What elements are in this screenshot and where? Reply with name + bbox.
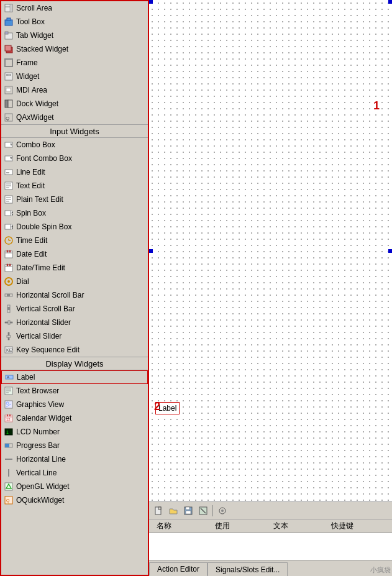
- sidebar-item-label-plain-text-edit: Plain Text Edit: [16, 195, 63, 204]
- svg-text:Q: Q: [6, 498, 10, 503]
- svg-rect-83: [5, 444, 9, 447]
- sidebar-item-vertical-line[interactable]: Vertical Line: [1, 466, 148, 480]
- section-header-display-widgets: Display Widgets: [1, 357, 148, 370]
- table-col-usage: 使用: [212, 521, 271, 531]
- stacked-icon: [4, 44, 14, 54]
- svg-rect-59: [7, 307, 10, 310]
- sidebar-item-dock-widget[interactable]: Dock Widget: [1, 97, 148, 111]
- canvas-area[interactable]: 1 Label 2: [149, 0, 392, 501]
- sidebar-item-label-line-edit: Line Edit: [16, 168, 45, 176]
- qax-icon: Q: [4, 112, 14, 122]
- mdi-icon: [4, 85, 14, 95]
- sidebar-item-time-edit[interactable]: Time Edit: [1, 234, 148, 247]
- date-icon: [4, 249, 14, 259]
- sidebar-item-label-vertical-scroll-bar: Vertical Scroll Bar: [16, 304, 75, 313]
- svg-rect-72: [5, 401, 12, 408]
- svg-text:KEY: KEY: [6, 348, 13, 352]
- sidebar-item-label-date-edit: Date Edit: [16, 250, 47, 258]
- sidebar-item-lcd-number[interactable]: 1LCD Number: [1, 425, 148, 439]
- spin-icon: ▲▼: [4, 208, 14, 218]
- sidebar-item-label-horizontal-slider: Horizontal Slider: [16, 318, 71, 327]
- sidebar-item-vertical-slider[interactable]: Vertical Slider: [1, 329, 148, 343]
- spin-icon: ▲▼: [4, 222, 14, 232]
- sidebar-item-double-spin-box[interactable]: ▲▼Double Spin Box: [1, 220, 148, 234]
- sidebar-item-label-progress-bar: Progress Bar: [16, 441, 60, 450]
- toolbar-separator: [212, 505, 213, 516]
- widget-sidebar: Scroll AreaTool BoxTab WidgetStacked Wid…: [0, 0, 149, 576]
- canvas-marker-tr: [388, 0, 392, 4]
- sidebar-item-combo-box[interactable]: Combo Box: [1, 138, 148, 152]
- sidebar-item-label-graphics-view: Graphics View: [16, 400, 64, 409]
- sidebar-item-label-mdi-area: MDI Area: [16, 86, 47, 94]
- sidebar-item-text-edit[interactable]: Text Edit: [1, 179, 148, 193]
- sidebar-item-label-horizontal-scroll-bar: Horizontal Scroll Bar: [16, 291, 84, 299]
- svg-point-98: [221, 510, 224, 512]
- svg-text:Q: Q: [6, 116, 9, 121]
- toolbar-icon-open[interactable]: [166, 504, 180, 518]
- sidebar-item-label[interactable]: ALabel: [1, 370, 148, 384]
- svg-rect-33: [5, 211, 11, 216]
- opengl-icon: [4, 482, 14, 491]
- svg-text:▼: ▼: [11, 226, 13, 230]
- sidebar-item-spin-box[interactable]: ▲▼Spin Box: [1, 206, 148, 220]
- sidebar-item-datetime-edit[interactable]: Date/Time Edit: [1, 261, 148, 275]
- sidebar-item-dial[interactable]: Dial: [1, 275, 148, 288]
- sidebar-item-widget[interactable]: Widget: [1, 70, 148, 83]
- sidebar-item-horizontal-scroll-bar[interactable]: Horizontal Scroll Bar: [1, 288, 148, 302]
- bottom-panel: 名称 使用 文本 快捷键 Action Editor Signals/Slots…: [149, 501, 392, 576]
- sidebar-item-graphics-view[interactable]: Graphics View: [1, 398, 148, 411]
- table-header: 名称 使用 文本 快捷键: [149, 519, 392, 533]
- table-body: [149, 533, 392, 560]
- sidebar-item-mdi-area[interactable]: MDI Area: [1, 83, 148, 97]
- tab-signals-slots[interactable]: Signals/Slots Edit...: [207, 562, 288, 576]
- sidebar-item-qax-widget[interactable]: QQAxWidget: [1, 111, 148, 124]
- textedit-icon: [4, 194, 14, 204]
- sidebar-item-label-dock-widget: Dock Widget: [16, 99, 58, 108]
- sidebar-item-key-sequence-edit[interactable]: KEYKey Sequence Edit: [1, 343, 148, 357]
- progress-icon: [4, 441, 14, 450]
- sidebar-item-font-combo-box[interactable]: Font Combo Box: [1, 152, 148, 165]
- sidebar-item-tool-box[interactable]: Tool Box: [1, 15, 148, 29]
- sidebar-item-label-stacked-widget: Stacked Widget: [16, 45, 68, 53]
- number-label-2: 2: [149, 399, 165, 414]
- sidebar-item-stacked-widget[interactable]: Stacked Widget: [1, 42, 148, 56]
- sidebar-item-plain-text-edit[interactable]: Plain Text Edit: [1, 193, 148, 206]
- sidebar-item-oquick-widget[interactable]: QOQuickWidget: [1, 493, 148, 507]
- sidebar-item-label-frame: Frame: [16, 58, 38, 67]
- toolbox-icon: [4, 17, 14, 27]
- quick-icon: Q: [4, 495, 14, 505]
- toolbar-icon-new[interactable]: [152, 504, 165, 518]
- sidebar-item-label-datetime-edit: Date/Time Edit: [16, 263, 65, 272]
- time-icon: [4, 235, 14, 245]
- sidebar-item-scroll-area[interactable]: Scroll Area: [1, 1, 148, 15]
- sidebar-item-text-browser[interactable]: Text Browser: [1, 384, 148, 398]
- svg-rect-38: [5, 224, 11, 229]
- sidebar-item-label-double-spin-box: Double Spin Box: [16, 222, 71, 231]
- svg-rect-46: [5, 251, 12, 258]
- sidebar-item-opengl-widget[interactable]: OpenGL Widget: [1, 480, 148, 493]
- sidebar-item-line-edit[interactable]: Line Edit: [1, 165, 148, 179]
- svg-rect-11: [6, 74, 9, 76]
- svg-rect-50: [5, 265, 12, 272]
- svg-rect-61: [8, 321, 10, 324]
- toolbar-icon-save[interactable]: [181, 504, 195, 518]
- svg-rect-57: [7, 294, 10, 296]
- vscroll-icon: [4, 304, 14, 314]
- sidebar-item-frame[interactable]: Frame: [1, 56, 148, 70]
- textedit-icon: [4, 181, 14, 191]
- toolbar-icon-settings[interactable]: [216, 504, 229, 518]
- sidebar-item-horizontal-slider[interactable]: Horizontal Slider: [1, 316, 148, 329]
- tab-action-editor[interactable]: Action Editor: [149, 562, 207, 576]
- sidebar-item-date-edit[interactable]: Date Edit: [1, 247, 148, 261]
- sidebar-item-calendar-widget[interactable]: 12Calendar Widget: [1, 411, 148, 425]
- sidebar-item-progress-bar[interactable]: Progress Bar: [1, 439, 148, 452]
- toolbar-icon-cut[interactable]: [196, 504, 210, 518]
- section-header-input-widgets: Input Widgets: [1, 124, 148, 138]
- svg-rect-77: [7, 414, 8, 416]
- sidebar-item-horizontal-line[interactable]: Horizontal Line: [1, 452, 148, 466]
- sidebar-item-label-scroll-area: Scroll Area: [16, 4, 52, 12]
- svg-rect-49: [9, 250, 11, 252]
- svg-rect-52: [7, 264, 8, 266]
- sidebar-item-tab-widget[interactable]: Tab Widget: [1, 29, 148, 42]
- sidebar-item-vertical-scroll-bar[interactable]: Vertical Scroll Bar: [1, 302, 148, 316]
